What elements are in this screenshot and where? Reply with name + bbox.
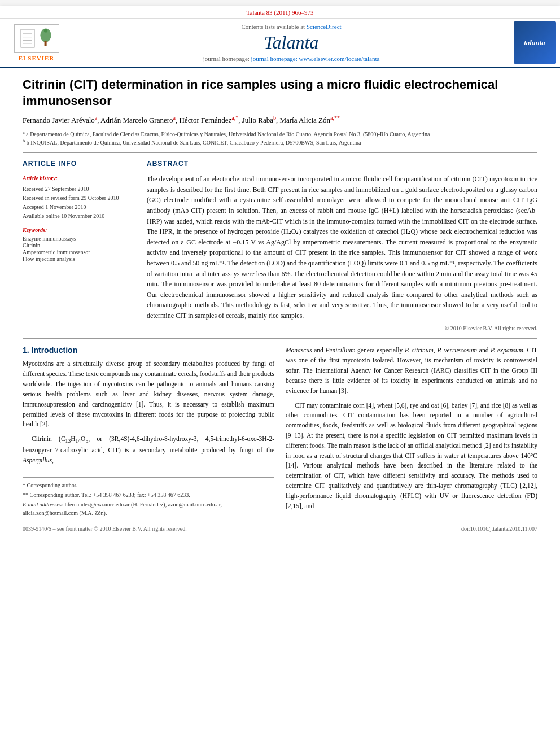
history-label: Article history: <box>23 174 135 182</box>
revised-date: Received in revised form 29 October 2010 <box>23 194 135 202</box>
intro-title: 1. Introduction <box>23 346 274 355</box>
doi-text: doi:10.1016/j.talanta.2010.11.007 <box>461 526 537 532</box>
keyword-4: Flow injection analysis <box>23 256 135 262</box>
available-date: Available online 10 November 2010 <box>23 212 135 220</box>
intro-body-left: Mycotoxins are a structurally diverse gr… <box>23 359 274 465</box>
page: Talanta 83 (2011) 966–973 <box>0 6 560 747</box>
accepted-date: Accepted 1 November 2010 <box>23 203 135 211</box>
intro-p1: Mycotoxins are a structurally diverse gr… <box>23 359 274 430</box>
keyword-3: Amperometric immunosensor <box>23 249 135 255</box>
journal-title: Talanta <box>264 32 319 53</box>
email-label: E-mail addresses: <box>23 501 63 508</box>
affiliation-b: b b INQUISAL, Departamento de Química, U… <box>23 138 537 146</box>
intro-rp1: Monascus and Penicillium genera especial… <box>286 346 537 396</box>
svg-point-7 <box>43 29 47 32</box>
issn-text: 0039-9140/$ – see front matter © 2010 El… <box>23 526 187 532</box>
journal-reference-bar: Talanta 83 (2011) 966–973 <box>0 6 560 19</box>
introduction-section: 1. Introduction Mycotoxins are a structu… <box>23 346 537 518</box>
info-abstract-section: ARTICLE INFO Article history: Received 2… <box>23 160 537 331</box>
journal-badge-area: talanta <box>509 19 560 67</box>
journal-header-center: Contents lists available at ScienceDirec… <box>73 19 509 67</box>
keywords-block: Keywords: Enzyme immunoassays Citrinin A… <box>23 227 135 262</box>
article-info-header: ARTICLE INFO <box>23 160 135 169</box>
abstract-text: The development of an electrochemical im… <box>147 174 537 321</box>
journal-header: ELSEVIER Contents lists available at Sci… <box>0 19 560 68</box>
journal-homepage: journal homepage: journal homepage: www.… <box>203 55 380 62</box>
elsevier-logo: ELSEVIER <box>14 24 59 62</box>
footnotes: * Corresponding author. ** Corresponding… <box>23 477 274 517</box>
affiliation-a: a a Departamento de Química, Facultad de… <box>23 130 537 137</box>
journal-url[interactable]: journal homepage: www.elsevier.com/locat… <box>251 55 380 62</box>
abstract-col: ABSTRACT The development of an electroch… <box>147 160 537 331</box>
intro-left-col: 1. Introduction Mycotoxins are a structu… <box>23 346 274 518</box>
article-history: Article history: Received 27 September 2… <box>23 174 135 220</box>
keywords-label: Keywords: <box>23 227 135 233</box>
footnote-emails: E-mail addresses: hfernandez@exa.unrc.ed… <box>23 500 274 517</box>
intro-rp2: CIT may contaminate corn [4], wheat [5,6… <box>286 401 537 512</box>
elsevier-text: ELSEVIER <box>19 55 55 62</box>
talanta-badge: talanta <box>514 21 556 64</box>
journal-ref-text: Talanta 83 (2011) 966–973 <box>247 9 314 16</box>
elsevier-logo-box <box>14 24 59 53</box>
footnote-1: * Corresponding author. <box>23 481 274 490</box>
elsevier-logo-area: ELSEVIER <box>0 19 73 67</box>
section-divider <box>23 338 537 339</box>
affiliations: a a Departamento de Química, Facultad de… <box>23 130 537 154</box>
article-title: Citrinin (CIT) determination in rice sam… <box>23 77 537 109</box>
abstract-header: ABSTRACT <box>147 160 537 169</box>
abstract-paragraph: The development of an electrochemical im… <box>147 174 537 321</box>
article-body: Citrinin (CIT) determination in rice sam… <box>0 68 560 543</box>
intro-body-right: Monascus and Penicillium genera especial… <box>286 346 537 511</box>
footnote-2: ** Corresponding author. Tel.: +54 358 4… <box>23 491 274 499</box>
copyright-notice: © 2010 Elsevier B.V. All rights reserved… <box>147 325 537 331</box>
keyword-2: Citrinin <box>23 242 135 248</box>
authors-line: Fernando Javier Arévaloa, Adrián Marcelo… <box>23 115 537 125</box>
intro-p2: Citrinin (C13H14O5, or (3R,4S)-4,6-dihyd… <box>23 434 274 466</box>
sciencedirect-text: Contents lists available at ScienceDirec… <box>241 23 341 30</box>
intro-right-col: Monascus and Penicillium genera especial… <box>286 346 537 518</box>
svg-rect-6 <box>44 41 46 46</box>
bottom-bar: 0039-9140/$ – see front matter © 2010 El… <box>23 523 537 532</box>
talanta-badge-label: talanta <box>524 38 545 47</box>
article-info-col: ARTICLE INFO Article history: Received 2… <box>23 160 135 331</box>
elsevier-svg-icon <box>17 27 56 50</box>
received-date: Received 27 September 2010 <box>23 185 135 193</box>
keyword-1: Enzyme immunoassays <box>23 235 135 242</box>
sciencedirect-link[interactable]: ScienceDirect <box>307 23 342 30</box>
svg-rect-0 <box>21 29 34 47</box>
